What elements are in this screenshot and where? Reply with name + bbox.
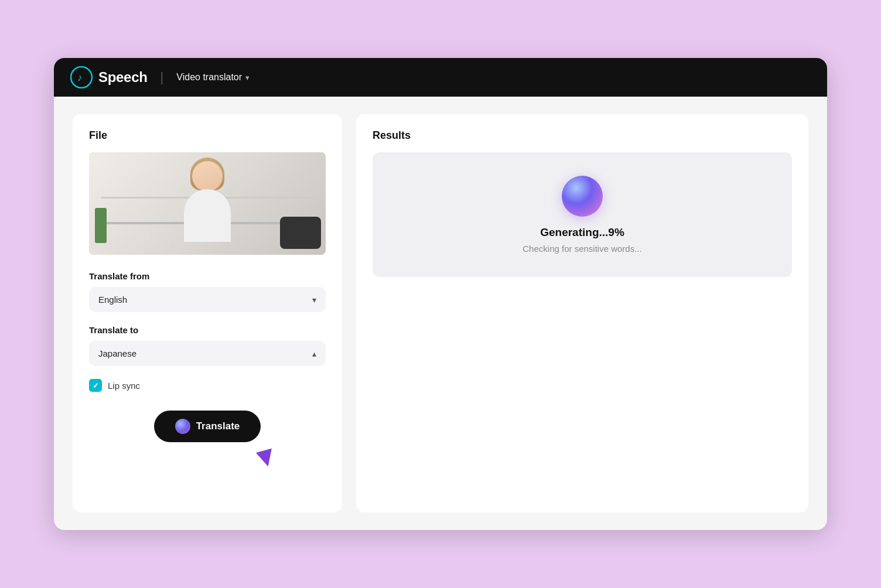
- file-section-title: File: [89, 129, 326, 142]
- generating-text: Generating...9%: [540, 226, 624, 239]
- translate-from-value: English: [98, 295, 127, 305]
- cursor-pointer-icon: [256, 449, 276, 469]
- lip-sync-checkbox[interactable]: ✓: [89, 379, 102, 392]
- left-panel: File Translate from: [73, 114, 342, 512]
- translate-to-select[interactable]: Japanese ▴: [89, 341, 326, 366]
- lip-sync-row: ✓ Lip sync: [89, 379, 326, 392]
- main-content: File Translate from: [54, 97, 827, 530]
- translate-from-label: Translate from: [89, 271, 326, 281]
- app-logo-icon: ♪: [70, 66, 93, 88]
- translate-btn-wrap: Translate: [89, 411, 326, 442]
- translate-to-arrow-icon: ▴: [312, 349, 316, 358]
- result-orb-icon: [562, 176, 603, 217]
- svg-text:♪: ♪: [77, 72, 83, 83]
- app-title: Speech: [98, 69, 148, 86]
- video-thumbnail: [89, 152, 326, 255]
- checking-text: Checking for sensitive words...: [523, 244, 641, 254]
- translate-button[interactable]: Translate: [154, 411, 261, 442]
- results-section-title: Results: [373, 129, 792, 142]
- results-box: Generating...9% Checking for sensitive w…: [373, 152, 792, 277]
- translate-to-value: Japanese: [98, 348, 136, 358]
- nav-chevron-icon: ▾: [245, 73, 250, 82]
- app-window: ♪ Speech | Video translator ▾ File: [54, 58, 827, 530]
- nav-label: Video translator: [176, 72, 242, 83]
- translate-from-select[interactable]: English ▾: [89, 287, 326, 312]
- logo-wrap: ♪ Speech: [70, 66, 148, 88]
- translate-to-label: Translate to: [89, 325, 326, 335]
- right-panel: Results Generating...9% Checking for sen…: [356, 114, 808, 512]
- lip-sync-label: Lip sync: [108, 381, 140, 391]
- btn-orb-icon: [175, 419, 190, 434]
- translate-btn-label: Translate: [196, 421, 240, 432]
- video-translator-nav[interactable]: Video translator ▾: [176, 72, 250, 83]
- check-mark-icon: ✓: [93, 381, 99, 390]
- topbar: ♪ Speech | Video translator ▾: [54, 58, 827, 97]
- translate-from-arrow-icon: ▾: [312, 295, 316, 305]
- topbar-divider: |: [161, 70, 164, 85]
